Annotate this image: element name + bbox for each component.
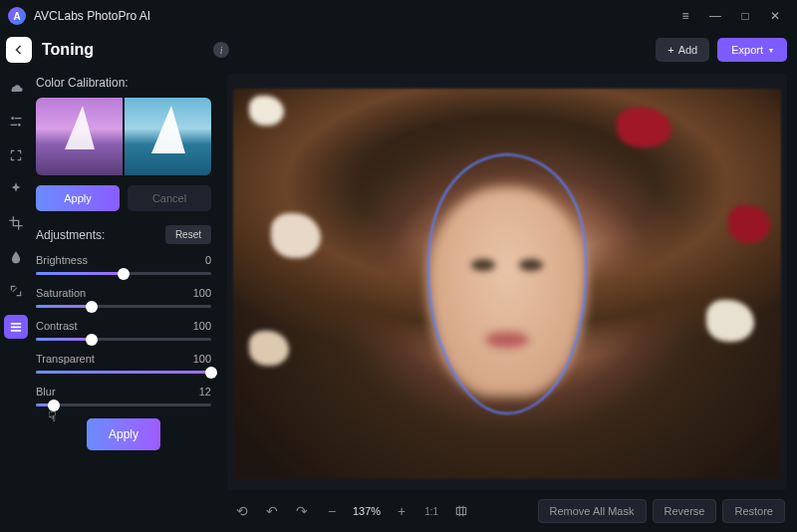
refresh-icon[interactable]: ⟲ <box>229 499 255 523</box>
zoom-out-icon[interactable]: − <box>319 499 345 523</box>
svg-rect-5 <box>11 326 22 328</box>
slider-brightness: Brightness0 <box>36 254 211 275</box>
add-label: Add <box>678 44 698 56</box>
window-controls: ≡ — □ ✕ <box>671 4 789 28</box>
sidebar: Color Calibration: Apply Cancel Adjustme… <box>32 68 221 532</box>
redo-icon[interactable]: ↷ <box>289 499 315 523</box>
menu-icon[interactable]: ≡ <box>671 4 699 28</box>
bottombar-left: ⟲ ↶ ↷ − 137% + 1:1 <box>229 499 474 523</box>
slider-value: 12 <box>199 386 211 398</box>
toning-icon[interactable] <box>4 315 28 339</box>
crop-icon[interactable] <box>6 213 26 233</box>
cursor-icon: ☟ <box>48 408 57 424</box>
calibration-cancel-button[interactable]: Cancel <box>128 185 211 211</box>
add-button[interactable]: +Add <box>656 38 709 62</box>
topbar-left: Toning i <box>6 37 229 63</box>
canvas-area: ⟲ ↶ ↷ − 137% + 1:1 Remove All Mask Rever… <box>221 68 797 532</box>
sliders-container: Brightness0Saturation100Contrast100Trans… <box>36 254 211 406</box>
canvas[interactable] <box>227 74 787 490</box>
bottombar-right: Remove All Mask Reverse Restore <box>538 499 785 523</box>
slider-thumb[interactable] <box>118 268 130 280</box>
svg-rect-1 <box>15 118 22 119</box>
calibration-label: Color Calibration: <box>36 76 211 90</box>
photo <box>233 89 782 480</box>
svg-point-2 <box>18 124 21 127</box>
reset-button[interactable]: Reset <box>165 225 211 244</box>
svg-rect-3 <box>11 125 18 126</box>
calibration-buttons: Apply Cancel <box>36 185 211 211</box>
slider-track[interactable] <box>36 272 211 275</box>
adjustments-header: Adjustments: Reset <box>36 225 211 244</box>
cloud-icon[interactable] <box>6 78 26 98</box>
slider-name: Transparent <box>36 353 95 365</box>
slider-name: Blur <box>36 386 56 398</box>
app-title: AVCLabs PhotoPro AI <box>34 9 150 23</box>
preview-after <box>125 98 211 175</box>
slider-saturation: Saturation100 <box>36 287 211 308</box>
zoom-value: 137% <box>349 505 385 517</box>
slider-value: 0 <box>205 254 211 266</box>
ratio-button[interactable]: 1:1 <box>418 499 444 523</box>
magic-icon[interactable] <box>6 179 26 199</box>
plus-icon: + <box>667 44 673 56</box>
titlebar-left: A AVCLabs PhotoPro AI <box>8 7 150 25</box>
slider-blur: Blur12☟ <box>36 386 211 406</box>
resize-icon[interactable] <box>6 281 26 301</box>
minimize-icon[interactable]: — <box>701 4 729 28</box>
back-button[interactable] <box>6 37 32 63</box>
drop-icon[interactable] <box>6 247 26 267</box>
slider-track[interactable] <box>36 371 211 374</box>
export-button[interactable]: Export▾ <box>717 38 787 62</box>
page-title: Toning <box>42 41 94 59</box>
preview-before <box>36 98 123 175</box>
slider-transparent: Transparent100 <box>36 353 211 374</box>
restore-button[interactable]: Restore <box>722 499 785 523</box>
sliders-icon[interactable] <box>6 112 26 132</box>
svg-point-0 <box>11 117 14 120</box>
logo-letter: A <box>13 11 20 22</box>
remove-mask-button[interactable]: Remove All Mask <box>538 499 647 523</box>
undo-icon[interactable]: ↶ <box>259 499 285 523</box>
maximize-icon[interactable]: □ <box>731 4 759 28</box>
slider-name: Brightness <box>36 254 88 266</box>
slider-name: Saturation <box>36 287 86 299</box>
topbar-right: +Add Export▾ <box>656 38 787 62</box>
tool-iconbar <box>0 68 32 532</box>
bottombar: ⟲ ↶ ↷ − 137% + 1:1 Remove All Mask Rever… <box>227 490 787 526</box>
reverse-button[interactable]: Reverse <box>653 499 717 523</box>
zoom-in-icon[interactable]: + <box>389 499 414 523</box>
svg-rect-7 <box>456 508 465 515</box>
calibration-apply-button[interactable]: Apply <box>36 185 120 211</box>
adjustments-label: Adjustments: <box>36 228 105 242</box>
close-icon[interactable]: ✕ <box>761 4 789 28</box>
face-selection <box>407 136 607 415</box>
calibration-preview[interactable] <box>36 98 211 175</box>
app-logo: A <box>8 7 26 25</box>
slider-track[interactable] <box>36 338 211 341</box>
expand-icon[interactable] <box>6 145 26 165</box>
fit-icon[interactable] <box>448 499 474 523</box>
export-label: Export <box>731 44 763 56</box>
arrow-left-icon <box>13 44 25 56</box>
slider-track[interactable] <box>36 305 211 308</box>
slider-thumb[interactable] <box>86 334 98 346</box>
slider-contrast: Contrast100 <box>36 320 211 341</box>
slider-thumb[interactable] <box>86 301 98 313</box>
chevron-down-icon: ▾ <box>769 46 773 55</box>
titlebar: A AVCLabs PhotoPro AI ≡ — □ ✕ <box>0 0 797 32</box>
topbar: Toning i +Add Export▾ <box>0 32 797 68</box>
selection-outline <box>407 136 607 415</box>
adjustments-apply-button[interactable]: Apply <box>87 418 160 450</box>
slider-thumb[interactable] <box>205 367 217 379</box>
slider-value: 100 <box>193 320 211 332</box>
slider-value: 100 <box>193 287 211 299</box>
svg-rect-6 <box>11 330 22 332</box>
slider-track[interactable]: ☟ <box>36 403 211 406</box>
info-icon[interactable]: i <box>213 42 229 58</box>
slider-value: 100 <box>193 353 211 365</box>
svg-rect-4 <box>11 323 22 325</box>
main: Color Calibration: Apply Cancel Adjustme… <box>0 68 797 532</box>
slider-name: Contrast <box>36 320 78 332</box>
